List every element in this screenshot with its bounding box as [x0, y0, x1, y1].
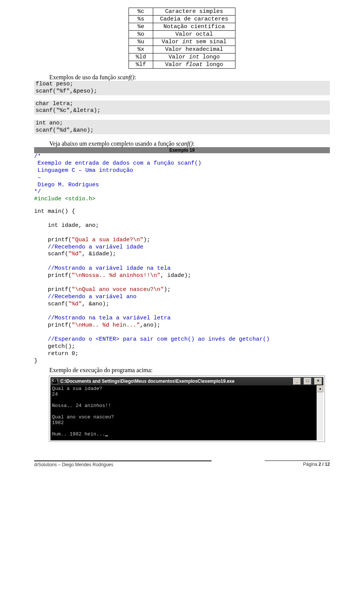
source-body: int main() { int idade, ano; printf("Qua…: [34, 208, 330, 365]
fmt-desc: Cadeia de caracteres: [153, 16, 235, 23]
include-directive: #include <stdio.h>: [34, 196, 330, 203]
code-snippet-3: int ano; scanf("%d",&ano);: [34, 120, 330, 134]
cursor-icon: [105, 435, 108, 436]
fmt-desc: Valor int sem sinal: [153, 38, 235, 46]
cmd-icon: C:\: [52, 378, 58, 384]
fmt-desc: Caractere simples: [153, 8, 235, 16]
example-number-bar: Exemplo 19: [34, 147, 330, 153]
table-row: %sCadeia de caracteres: [129, 16, 235, 23]
terminal-output: Qual a sua idade? 24 Nossa.. 24 aninhos!…: [50, 385, 317, 440]
fmt-spec: %ld: [129, 53, 153, 61]
terminal-window: C:\ C:\Documents and Settings\Diego\Meus…: [49, 376, 325, 441]
fmt-desc: Valor hexadecimal: [153, 46, 235, 53]
maximize-button[interactable]: □: [304, 378, 311, 385]
scroll-up-icon[interactable]: ▴: [317, 385, 323, 392]
page-footer: drSolutions – Diego Mendes Rodrigues Pág…: [34, 461, 330, 467]
fmt-spec: %lf: [129, 61, 153, 69]
fmt-desc: Valor int longo: [153, 53, 235, 61]
table-row: %ldValor int longo: [129, 53, 235, 61]
fmt-spec: %s: [129, 16, 153, 23]
footer-page-number: Página 2 / 12: [265, 461, 330, 467]
close-button[interactable]: ×: [314, 378, 322, 385]
fmt-desc: Notação científica: [153, 23, 235, 31]
fmt-desc: Valor octal: [153, 31, 235, 38]
fmt-spec: %u: [129, 38, 153, 46]
footer-author: drSolutions – Diego Mendes Rodrigues: [34, 461, 212, 467]
table-row: %oValor octal: [129, 31, 235, 38]
fmt-desc: Valor float longo: [153, 61, 235, 69]
table-row: %cCaractere simples: [129, 8, 235, 16]
fmt-spec: %e: [129, 23, 153, 31]
table-row: %xValor hexadecimal: [129, 46, 235, 53]
terminal-scrollbar[interactable]: ▴: [317, 385, 323, 440]
intro-full-example: Veja abaixo um exemplo completo usando a…: [49, 140, 330, 147]
fmt-spec: %o: [129, 31, 153, 38]
table-row: %uValor int sem sinal: [129, 38, 235, 46]
terminal-titlebar: C:\ C:\Documents and Settings\Diego\Meus…: [50, 377, 323, 385]
intro-scanf-examples: Exemplos de uso da função scanf():: [49, 74, 330, 81]
code-snippet-2: char letra; scanf("%c",&letra);: [34, 101, 330, 115]
source-comment-header: /* Exemplo de entrada de dados com a fun…: [34, 153, 330, 196]
table-row: %lfValor float longo: [129, 61, 235, 69]
table-row: %eNotação científica: [129, 23, 235, 31]
code-snippet-1: float peso; scanf("%f",&peso);: [34, 81, 330, 95]
minimize-button[interactable]: _: [293, 378, 301, 385]
terminal-title-text: C:\Documents and Settings\Diego\Meus doc…: [60, 379, 234, 384]
execution-caption: Exemplo de execução do programa acima:: [49, 367, 330, 374]
fmt-spec: %c: [129, 8, 153, 16]
fmt-spec: %x: [129, 46, 153, 53]
format-specifiers-table: %cCaractere simples%sCadeia de caractere…: [129, 8, 235, 69]
